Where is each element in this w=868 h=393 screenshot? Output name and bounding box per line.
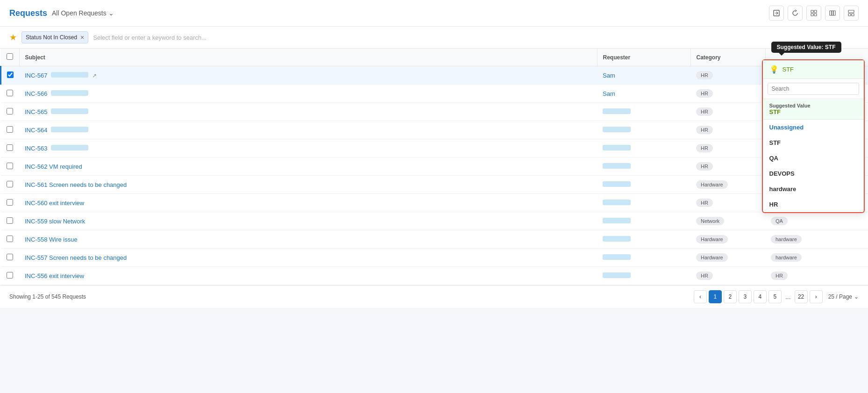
requester-cell — [597, 267, 690, 285]
table-row: INC-559 slow NetworkNetworkQA — [1, 212, 868, 230]
next-page-button[interactable]: › — [810, 290, 823, 303]
select-all-checkbox[interactable] — [7, 53, 13, 60]
svg-rect-8 — [848, 10, 854, 13]
header: Requests All Open Requests ⌄ — [0, 0, 868, 27]
dropdown-item-unassigned[interactable]: Unassigned — [763, 120, 864, 135]
category-cell: Hardware — [690, 176, 765, 194]
subject-link[interactable]: INC-559 slow Network — [25, 218, 85, 225]
subject-link[interactable]: INC-566 — [25, 90, 47, 97]
table-row: INC-562 VM requiredHR — [1, 157, 868, 176]
page-3-button[interactable]: 3 — [739, 290, 752, 303]
category-badge: HR — [696, 89, 713, 98]
row-checkbox[interactable] — [7, 272, 13, 279]
suggested-value-label: STF — [783, 66, 794, 73]
star-button[interactable]: ★ — [9, 32, 17, 43]
subject-link[interactable]: INC-567 — [25, 72, 47, 79]
row-checkbox[interactable] — [7, 199, 13, 206]
grid-view-button[interactable] — [806, 6, 821, 21]
category-badge: HR — [696, 144, 713, 152]
row-checkbox[interactable] — [7, 108, 13, 114]
dropdown-list: Unassigned STF QA DEVOPS hardware HR — [763, 120, 864, 212]
requester-blurred — [603, 272, 631, 278]
category-badge: Network — [696, 217, 724, 225]
subject-blurred — [51, 127, 88, 132]
chevron-down-icon: ⌄ — [108, 9, 114, 17]
dropdown-search-box — [763, 79, 864, 99]
page-size-chevron: ⌄ — [854, 293, 859, 300]
table-row: INC-566SamHR — [1, 85, 868, 103]
layout-button[interactable] — [844, 6, 859, 21]
dropdown-item-qa[interactable]: QA — [763, 150, 864, 166]
page-4-button[interactable]: 4 — [754, 290, 767, 303]
showing-count: Showing 1-25 of 545 Requests — [9, 293, 86, 300]
requester-blurred — [603, 181, 631, 187]
subject-link[interactable]: INC-563 — [25, 145, 47, 152]
row-checkbox[interactable] — [7, 236, 13, 242]
dropdown-item-stf[interactable]: STF — [763, 135, 864, 150]
row-checkbox[interactable] — [7, 71, 14, 78]
category-cell: HR — [690, 194, 765, 212]
requester-blurred — [603, 127, 631, 132]
table-row: INC-561 Screen needs to be changedHardwa… — [1, 176, 868, 194]
row-checkbox[interactable] — [7, 90, 13, 96]
row-checkbox[interactable] — [7, 217, 13, 224]
row-checkbox[interactable] — [7, 144, 13, 151]
subject-cell: INC-564 — [19, 121, 597, 139]
subject-link[interactable]: INC-560 exit interview — [25, 200, 84, 207]
prev-page-button[interactable]: ‹ — [694, 290, 707, 303]
category-col-header: Category — [690, 49, 765, 66]
pagination: ‹ 1 2 3 4 5 ... 22 › — [694, 290, 823, 303]
export-button[interactable] — [769, 6, 784, 21]
filter-tag: Status Not In Closed × — [21, 31, 88, 43]
group-badge: hardware — [771, 235, 802, 243]
subject-link[interactable]: INC-558 Wire issue — [25, 236, 78, 243]
last-page-button[interactable]: 22 — [795, 290, 808, 303]
svg-rect-6 — [832, 11, 833, 15]
dropdown-item-hr[interactable]: HR — [763, 197, 864, 212]
table-row: INC-567↗SamHRSTF — [1, 66, 868, 85]
subject-link[interactable]: INC-556 exit interview — [25, 272, 84, 279]
columns-button[interactable] — [825, 6, 840, 21]
requester-link[interactable]: Sam — [603, 90, 615, 97]
row-checkbox[interactable] — [7, 163, 13, 169]
filter-search-placeholder[interactable]: Select field or enter a keyword to searc… — [93, 34, 206, 41]
table-row: INC-563HR — [1, 139, 868, 157]
row-checkbox[interactable] — [7, 126, 13, 133]
table-row: INC-564HR — [1, 121, 868, 139]
refresh-button[interactable] — [788, 6, 803, 21]
subject-link[interactable]: INC-562 VM required — [25, 163, 82, 170]
category-cell: HR — [690, 157, 765, 176]
requester-blurred — [603, 236, 631, 242]
dropdown-suggested-section: Suggested Value STF — [763, 99, 864, 120]
dropdown-search-input[interactable] — [768, 83, 859, 95]
page-5-button[interactable]: 5 — [768, 290, 782, 303]
header-left: Requests All Open Requests ⌄ — [9, 8, 114, 18]
dropdown-item-hardware[interactable]: hardware — [763, 181, 864, 197]
dropdown-item-devops[interactable]: DEVOPS — [763, 166, 864, 181]
requester-cell — [597, 121, 690, 139]
filter-tag-remove[interactable]: × — [80, 34, 84, 41]
group-badge: HR — [771, 272, 788, 280]
subject-link[interactable]: INC-561 Screen needs to be changed — [25, 181, 127, 188]
page-size-selector[interactable]: 25 / Page ⌄ — [828, 293, 859, 300]
row-checkbox[interactable] — [7, 181, 13, 187]
table-row: INC-560 exit interviewHR — [1, 194, 868, 212]
category-cell: Hardware — [690, 249, 765, 267]
category-badge: HR — [696, 162, 713, 171]
subject-cell: INC-558 Wire issue — [19, 230, 597, 249]
row-checkbox[interactable] — [7, 254, 13, 260]
group-badge: QA — [771, 217, 788, 225]
page-2-button[interactable]: 2 — [724, 290, 737, 303]
page-1-button[interactable]: 1 — [709, 290, 722, 303]
dropdown-suggested-header: 💡 STF — [763, 60, 864, 79]
subject-link[interactable]: INC-565 — [25, 108, 47, 115]
requester-link[interactable]: Sam — [603, 72, 615, 79]
requester-cell — [597, 194, 690, 212]
view-selector[interactable]: All Open Requests ⌄ — [52, 9, 114, 17]
category-cell: Hardware — [690, 230, 765, 249]
subject-link[interactable]: INC-557 Screen needs to be changed — [25, 254, 127, 261]
subject-link[interactable]: INC-564 — [25, 127, 47, 134]
external-link-icon[interactable]: ↗ — [92, 72, 97, 79]
category-cell: HR — [690, 66, 765, 85]
subject-cell: INC-557 Screen needs to be changed — [19, 249, 597, 267]
